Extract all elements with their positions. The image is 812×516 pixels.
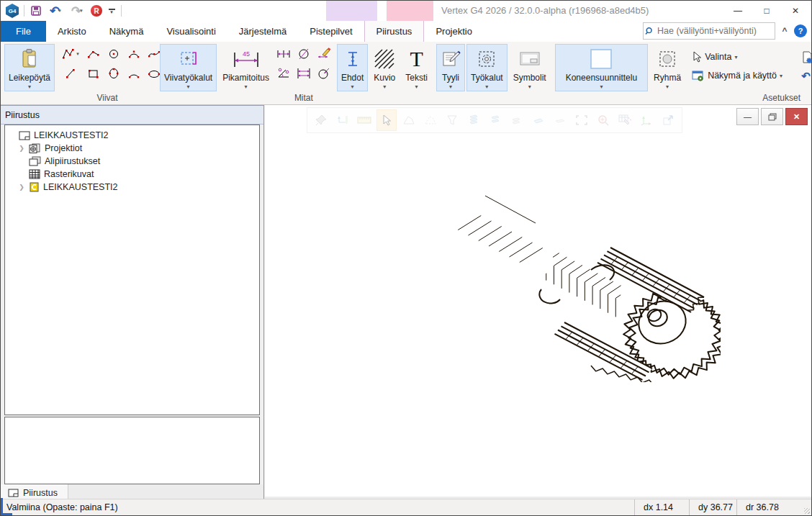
expand-chevron-icon[interactable]: ❯	[18, 184, 25, 191]
polygon-dashed-icon[interactable]	[421, 110, 440, 130]
tab-file[interactable]: File	[1, 21, 46, 42]
layers-off-icon[interactable]	[508, 110, 526, 130]
symbols-button[interactable]: Symbolit ▾	[509, 44, 551, 91]
angle-dimension-button[interactable]	[274, 65, 293, 82]
ribbon-tab-row: File Arkisto Näkymä Visualisointi Järjes…	[1, 21, 811, 42]
clipboard-button[interactable]: Leikepöytä ▾	[4, 44, 55, 91]
group-mitat: Mitat	[274, 43, 333, 104]
redo-button[interactable]: ↷ ▾	[68, 4, 86, 18]
select-cursor-icon[interactable]	[376, 109, 397, 131]
layer-table-icon[interactable]	[615, 110, 634, 130]
axes-icon[interactable]	[637, 110, 656, 130]
rectangle-tool-button[interactable]	[84, 65, 103, 82]
tab-arkisto[interactable]: Arkisto	[46, 21, 98, 42]
subdrawings-icon	[29, 156, 41, 166]
search-icon	[644, 26, 656, 36]
properties-button[interactable]: Ominaisuudet	[798, 47, 812, 66]
circle-tool-button[interactable]	[104, 45, 123, 63]
mechanical-design-button[interactable]: Koneensuunnittelu ▾	[555, 44, 648, 91]
document-restore-button[interactable]	[761, 108, 783, 125]
polyline-tool-button[interactable]: ▾	[58, 45, 83, 63]
minimize-button[interactable]: —	[723, 1, 752, 20]
export-view-icon[interactable]	[659, 110, 677, 130]
close-button[interactable]: ✕	[781, 1, 810, 20]
layers-visible-icon[interactable]	[486, 110, 505, 130]
line-tool-button[interactable]	[58, 65, 83, 82]
tab-visualisointi[interactable]: Visualisointi	[155, 21, 227, 42]
customize-qat-button[interactable]: ▾	[107, 9, 117, 14]
search-input[interactable]	[656, 25, 775, 37]
maximize-button[interactable]: □	[752, 1, 781, 20]
selection-button[interactable]: Valinta ▾	[689, 47, 795, 66]
tab-jarjestelma[interactable]: Järjestelmä	[227, 21, 298, 42]
chevron-down-icon: ▾	[415, 83, 418, 90]
quick-access-toolbar: G4 ↶ ▾ ↷ ▾ R ▾	[5, 2, 123, 19]
tab-pistepilvet[interactable]: Pistepilvet	[298, 21, 364, 42]
style-button[interactable]: Tyyli ▾	[436, 44, 465, 91]
ribbon: Leikepöytä ▾ ▾	[1, 42, 811, 105]
diameter-dimension-button[interactable]	[294, 45, 313, 63]
tab-nakyma[interactable]: Näkymä	[98, 21, 155, 42]
drawing-sheet-icon	[8, 489, 19, 497]
arc-tool-button[interactable]	[125, 45, 143, 63]
angle-line-tool-button[interactable]	[84, 45, 103, 63]
raster-images-icon	[29, 169, 40, 179]
tree-item-rasterikuvat[interactable]: Rasterikuvat	[8, 168, 259, 181]
tree-item-leikkaustesti2[interactable]: ❯ LEIKKAUSTESTI2	[8, 181, 259, 194]
tools-button[interactable]: Työkalut ▾	[466, 44, 508, 91]
radius-dimension-button[interactable]	[315, 65, 333, 82]
resize-grip[interactable]	[804, 508, 810, 514]
app-logo-icon[interactable]: G4	[5, 4, 19, 18]
document-minimize-button[interactable]: —	[736, 108, 759, 125]
expand-chevron-icon[interactable]: ❯	[18, 145, 25, 152]
document-close-button[interactable]: ✕	[785, 108, 808, 125]
layer-current-icon[interactable]	[529, 110, 548, 130]
undo-button[interactable]: ↶ ▾	[46, 4, 65, 18]
angle-dimension-icon	[276, 68, 291, 79]
group-button[interactable]: Ryhmä ▾	[649, 44, 685, 91]
view-and-usage-button[interactable]: Näkymä ja käyttö ▾	[689, 66, 795, 85]
line-tools-button[interactable]: Viivatyökalut ▾	[160, 44, 217, 91]
arc-3point-tool-button[interactable]	[125, 65, 143, 82]
edit-dimension-button[interactable]	[315, 45, 333, 63]
zoom-extents-icon[interactable]	[572, 110, 591, 130]
chain-dimension-button[interactable]	[274, 45, 293, 63]
filter-icon[interactable]	[443, 110, 461, 130]
hatch-label: Kuvio	[374, 73, 395, 83]
pan-orbit-icon[interactable]	[333, 110, 352, 130]
tree-item-projektiot[interactable]: ❯ Projektiot	[8, 142, 259, 155]
polygon-select-icon[interactable]	[400, 110, 418, 130]
tree-item-root[interactable]: LEIKKAUSTESTI2	[8, 129, 259, 142]
group-label-mitat: Mitat	[274, 93, 333, 104]
tab-projektio[interactable]: Projektio	[424, 21, 484, 42]
constraints-button[interactable]: Ehdot ▾	[337, 44, 368, 91]
drawing-canvas[interactable]: — ✕	[265, 105, 811, 497]
line-icon	[65, 68, 76, 79]
ellipse-points-tool-button[interactable]	[104, 65, 123, 82]
status-bar: Valmiina (Opaste: paina F1) dx 1.14 dy 3…	[1, 499, 811, 515]
undo-dropdown-icon[interactable]: ▾	[58, 8, 61, 14]
tab-piirustus[interactable]: Piirustus	[364, 21, 425, 42]
baseline-dimension-button[interactable]	[294, 65, 313, 82]
layers-all-icon[interactable]	[464, 110, 483, 130]
text-button[interactable]: T Teksti ▾	[401, 44, 432, 91]
tree-item-alipiirustukset[interactable]: Alipiirustukset	[8, 155, 259, 168]
vertex-r-button[interactable]: R	[89, 4, 104, 18]
defaults-button[interactable]: ↶ Oletukset	[798, 66, 812, 85]
help-button[interactable]: ?	[794, 24, 807, 37]
group-ryhma: Ryhmä ▾	[649, 43, 686, 104]
layer-flat-icon[interactable]	[551, 110, 569, 130]
view-and-usage-label: Näkymä ja käyttö	[708, 71, 777, 81]
save-button[interactable]	[29, 4, 43, 18]
quick-dimension-button[interactable]: 45 Pikamitoitus ▾	[218, 44, 274, 91]
bottom-tab-label: Piirustus	[23, 488, 58, 498]
constraints-label: Ehdot	[341, 73, 364, 83]
redo-dropdown-icon[interactable]: ▾	[80, 8, 83, 14]
pin-icon[interactable]	[312, 110, 330, 130]
clipboard-icon	[19, 47, 40, 71]
search-box[interactable]	[643, 22, 775, 40]
ruler-icon[interactable]	[355, 110, 374, 130]
hatch-button[interactable]: Kuvio ▾	[369, 44, 400, 91]
zoom-in-icon[interactable]	[594, 110, 613, 130]
collapse-ribbon-button[interactable]: ^	[780, 26, 790, 36]
